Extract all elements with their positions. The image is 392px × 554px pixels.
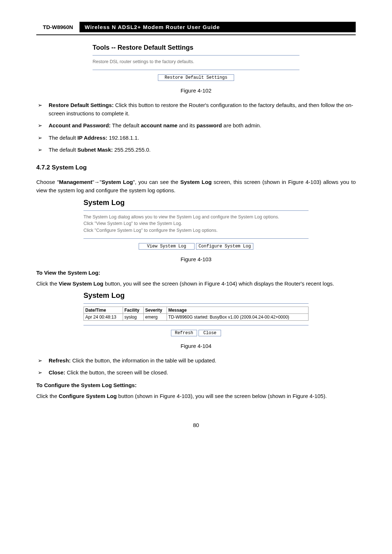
text-span: button, you will see the screen (shown i…	[103, 280, 334, 287]
text-span: and its	[177, 122, 197, 128]
text-span: 192.168.1.1.	[107, 135, 139, 141]
bullet-text: Restore Default Settings: Click this but…	[49, 101, 356, 118]
figure-caption: Figure 4-103	[36, 256, 356, 262]
bullet-text: Refresh: Click the button, the informati…	[49, 356, 356, 365]
label-bold: Account and Password:	[49, 122, 111, 128]
body-paragraph: Click the View System Log button, you wi…	[36, 279, 356, 288]
restore-default-button[interactable]: Restore Default Settings	[158, 74, 234, 81]
bullet-item: ➢ The default IP Address: 192.168.1.1.	[36, 134, 356, 142]
text-span: 255.255.255.0.	[113, 147, 151, 153]
system-log-view-screenshot: System Log Date/Time Facility Severity M…	[83, 291, 309, 336]
bullet-marker-icon: ➢	[36, 145, 49, 154]
syslog-table: Date/Time Facility Severity Message Apr …	[83, 307, 309, 321]
syslog-desc-line: Click "View System Log" to view the Syst…	[83, 220, 309, 227]
subheading: To Configure the System Log Settings:	[36, 382, 356, 388]
label-bold: account name	[141, 122, 177, 128]
figure-caption: Figure 4-102	[36, 87, 356, 94]
text-span: Click the button, the information in the…	[71, 357, 216, 364]
syslog-desc-line: Click "Configure System Log" to configur…	[83, 227, 309, 234]
bullet-marker-icon: ➢	[36, 368, 49, 377]
system-log-screenshot: System Log The System Log dialog allows …	[83, 198, 309, 250]
syslog-desc-line: The System Log dialog allows you to view…	[83, 214, 309, 221]
divider	[93, 70, 299, 70]
close-button[interactable]: Close	[199, 330, 221, 336]
bullet-text: The default IP Address: 192.168.1.1.	[49, 134, 356, 142]
bullet-text: Account and Password: The default accoun…	[49, 121, 356, 130]
table-row: Apr 24 00:48:13 syslog emerg TD-W8960G s…	[84, 314, 309, 321]
col-message: Message	[167, 307, 308, 314]
text-span: The default	[49, 135, 77, 141]
text-span: The default	[49, 147, 77, 153]
header-bar: TD-W8960N Wireless N ADSL2+ Modem Router…	[36, 22, 356, 32]
figure-caption: Figure 4-104	[36, 343, 356, 349]
divider	[83, 238, 309, 239]
bullet-text: Close: Click the button, the screen will…	[49, 368, 356, 377]
label-bold: password	[196, 122, 222, 128]
cell-datetime: Apr 24 00:48:13	[84, 314, 123, 321]
bullet-item: ➢ Restore Default Settings: Click this b…	[36, 101, 356, 118]
text-span: Choose "	[36, 179, 59, 185]
bullet-marker-icon: ➢	[36, 101, 49, 118]
bullet-item: ➢ The default Subnet Mask: 255.255.255.0…	[36, 145, 356, 154]
bullet-text: The default Subnet Mask: 255.255.255.0.	[49, 145, 356, 154]
restore-heading: Tools -- Restore Default Settings	[93, 44, 299, 52]
text-span: ", you can see the	[133, 179, 180, 185]
refresh-button[interactable]: Refresh	[171, 330, 197, 336]
divider	[83, 210, 309, 211]
text-span: Click the	[36, 280, 59, 287]
divider	[93, 55, 299, 56]
header-divider	[36, 34, 356, 35]
configure-system-log-button[interactable]: Configure System Log	[196, 243, 253, 250]
section-heading: 4.7.2 System Log	[36, 164, 356, 171]
bullet-item: ➢ Refresh: Click the button, the informa…	[36, 356, 356, 365]
divider	[83, 325, 309, 325]
label-bold: System Log	[180, 179, 212, 185]
bullet-marker-icon: ➢	[36, 356, 49, 365]
label-bold: Configure System Log	[59, 393, 117, 399]
col-facility: Facility	[123, 307, 143, 314]
col-datetime: Date/Time	[84, 307, 123, 314]
label-bold: IP Address:	[77, 135, 107, 141]
text-span: Click the button, the screen will be clo…	[65, 369, 168, 376]
doc-title: Wireless N ADSL2+ Modem Router User Guid…	[79, 22, 356, 32]
syslog-heading: System Log	[83, 291, 309, 300]
divider	[83, 303, 309, 304]
label-bold: System Log	[102, 179, 133, 185]
page-number: 80	[36, 422, 356, 428]
label-bold: Close:	[49, 369, 65, 376]
label-bold: Restore Default Settings:	[49, 102, 114, 108]
cell-severity: emerg	[144, 314, 167, 321]
table-header-row: Date/Time Facility Severity Message	[84, 307, 309, 314]
label-bold: Refresh:	[49, 357, 71, 364]
cell-message: TD-W8960G started: BusyBox v1.00 (2009.0…	[167, 314, 308, 321]
col-severity: Severity	[144, 307, 167, 314]
syslog-heading: System Log	[83, 198, 309, 207]
view-system-log-button[interactable]: View System Log	[139, 243, 195, 250]
bullet-item: ➢ Account and Password: The default acco…	[36, 121, 356, 130]
subheading: To View the System Log:	[36, 270, 356, 276]
label-bold: View System Log	[59, 280, 103, 287]
body-paragraph: Choose "Management"→"System Log", you ca…	[36, 178, 356, 195]
text-span: The default	[111, 122, 141, 128]
bullet-marker-icon: ➢	[36, 134, 49, 142]
arrow-icon: →	[94, 179, 100, 185]
label-bold: Subnet Mask:	[77, 147, 113, 153]
text-span: button (shown in Figure 4-103), you will…	[117, 393, 327, 399]
restore-settings-screenshot: Tools -- Restore Default Settings Restor…	[93, 44, 299, 81]
model-label: TD-W8960N	[36, 22, 79, 32]
label-bold: Management	[59, 179, 93, 185]
text-span: are both admin.	[222, 122, 261, 128]
bullet-marker-icon: ➢	[36, 121, 49, 130]
body-paragraph: Click the Configure System Log button (s…	[36, 392, 356, 400]
cell-facility: syslog	[123, 314, 143, 321]
restore-desc: Restore DSL router settings to the facto…	[93, 58, 299, 65]
text-span: Click the	[36, 393, 59, 399]
bullet-item: ➢ Close: Click the button, the screen wi…	[36, 368, 356, 377]
